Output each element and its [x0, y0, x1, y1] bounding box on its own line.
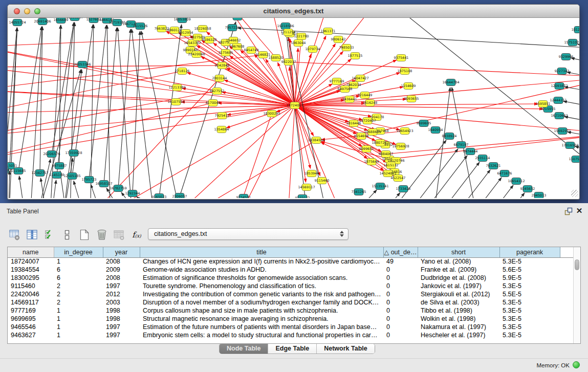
table-cell[interactable]: Investigating the contribution of common…	[140, 290, 383, 298]
tab-edge-table[interactable]: Edge Table	[268, 344, 317, 354]
column-header-in_degree[interactable]: in_degree	[54, 247, 103, 257]
table-cell[interactable]: Structural magnetic resonance image aver…	[140, 315, 383, 323]
graph-edge[interactable]	[434, 170, 490, 198]
table-cell[interactable]: Changes of HCN gene expression and I(f) …	[140, 257, 383, 266]
graph-node[interactable]: 8427552	[210, 88, 225, 95]
table-cell[interactable]: 0	[383, 307, 418, 315]
graph-edge[interactable]	[8, 91, 217, 135]
table-cell[interactable]: 2	[54, 290, 103, 298]
graph-node[interactable]: 9242848	[215, 62, 230, 69]
float-panel-icon[interactable]	[564, 207, 573, 215]
table-cell[interactable]: 1	[54, 257, 103, 266]
table-cell[interactable]: 9777169	[8, 307, 54, 315]
table-settings-icon[interactable]	[7, 228, 23, 242]
table-cell[interactable]: Nakamura et al. (1997)	[418, 323, 499, 331]
graph-node[interactable]: 9806142	[331, 36, 346, 43]
table-cell[interactable]: 18724007	[8, 257, 54, 266]
table-selector-dropdown[interactable]: citations_edges.txt	[148, 228, 349, 240]
table-cell[interactable]: 1	[54, 307, 103, 315]
graph-edge[interactable]	[133, 31, 140, 193]
graph-node[interactable]: 7632621	[486, 163, 501, 169]
table-cell[interactable]: Embryonic stem cells: a model to study s…	[140, 331, 383, 339]
graph-node[interactable]: 8938924	[442, 133, 457, 140]
graph-node[interactable]: 15720407	[359, 118, 376, 124]
graph-edge[interactable]	[8, 28, 17, 170]
graph-node[interactable]: 15135141	[372, 183, 388, 190]
graph-node[interactable]: 1640954	[428, 127, 443, 134]
column-header-out_de[interactable]: △ out_de…	[383, 247, 418, 257]
graph-edge[interactable]	[8, 105, 295, 158]
graph-node[interactable]: 1354864	[214, 126, 229, 133]
graph-node[interactable]: 9115460	[315, 178, 330, 184]
table-cell[interactable]: 5.9E-5	[499, 274, 560, 282]
graph-node[interactable]: 1877515	[348, 53, 363, 59]
graph-edge[interactable]	[411, 156, 467, 198]
memory-status-indicator-icon[interactable]	[573, 361, 580, 368]
create-column-icon[interactable]	[77, 228, 92, 242]
window-titlebar[interactable]: citations_edges.txt	[8, 5, 579, 18]
graph-node[interactable]: 19218586	[277, 23, 294, 30]
table-cell[interactable]: 0	[383, 282, 418, 290]
table-cell[interactable]: 5.3E-5	[499, 331, 560, 339]
table-cell[interactable]: Disruption of a novel member of a sodium…	[140, 298, 383, 307]
table-cell[interactable]: 19384554	[8, 266, 54, 274]
table-cell[interactable]: 2	[54, 298, 103, 307]
graph-node[interactable]: 1615132	[384, 162, 399, 169]
graph-node[interactable]: 1733426	[396, 186, 411, 192]
graph-node[interactable]: 10654112	[508, 178, 525, 185]
graph-node[interactable]: 6679197	[454, 142, 469, 148]
graph-edge[interactable]	[74, 181, 90, 198]
graph-node[interactable]: 12444151	[550, 97, 567, 104]
table-cell[interactable]: de Silva et al. (2003)	[418, 298, 499, 307]
table-cell[interactable]: Stergiakouli et al. (2012)	[418, 290, 499, 298]
graph-node[interactable]: 9245652	[520, 186, 535, 192]
table-cell[interactable]: 2003	[103, 298, 140, 307]
table-cell[interactable]: 1	[54, 331, 103, 339]
table-cell[interactable]: 5.3E-5	[499, 257, 560, 266]
graph-node[interactable]: 9234501	[236, 194, 251, 199]
table-row[interactable]: 911546021997Tourette syndrome. Phenomeno…	[8, 282, 574, 290]
function-builder-icon[interactable]: f(x)	[129, 228, 144, 242]
graph-node[interactable]: 6471676	[497, 170, 512, 177]
column-header-year[interactable]: year	[103, 247, 140, 257]
window-resize-grip[interactable]	[571, 190, 578, 197]
table-cell[interactable]: 0	[383, 323, 418, 331]
table-cell[interactable]: 2008	[103, 274, 140, 282]
table-cell[interactable]: 1998	[103, 307, 140, 315]
graph-node[interactable]: 19654923	[396, 128, 413, 135]
graph-node[interactable]: 9777169	[330, 78, 344, 85]
graph-node[interactable]: 7341265	[352, 189, 366, 195]
tab-network-table[interactable]: Network Table	[317, 344, 375, 354]
graph-edge[interactable]	[159, 25, 182, 197]
graph-node[interactable]: 9227343	[555, 68, 570, 75]
graph-edge[interactable]	[104, 28, 117, 184]
table-cell[interactable]: Tibbo et al. (1998)	[418, 307, 499, 315]
table-cell[interactable]: 5.5E-5	[499, 290, 560, 298]
graph-node[interactable]: 1154609	[401, 83, 416, 90]
graph-edge[interactable]	[8, 71, 182, 112]
network-canvas[interactable]: 1405572420691406165668910953237152760264…	[8, 18, 579, 198]
tab-node-table[interactable]: Node Table	[220, 344, 268, 354]
graph-node[interactable]: 1115685	[11, 168, 26, 174]
table-cell[interactable]: 9463627	[8, 331, 54, 339]
table-cell[interactable]: 14569117	[8, 298, 54, 307]
table-cell[interactable]: 22420046	[8, 290, 54, 298]
table-cell[interactable]: 1998	[103, 315, 140, 323]
graph-node[interactable]: 1875108	[398, 68, 412, 75]
graph-edge[interactable]	[295, 105, 543, 109]
graph-edge[interactable]	[288, 105, 295, 198]
graph-node[interactable]: 7515526	[133, 23, 148, 30]
table-cell[interactable]: 1997	[103, 331, 140, 339]
graph-node[interactable]: 2803144	[212, 75, 227, 82]
table-cell[interactable]: 0	[383, 315, 418, 323]
graph-node[interactable]: 12213389	[168, 84, 185, 91]
table-cell[interactable]: 5.3E-5	[499, 298, 560, 307]
column-header-short[interactable]: short	[418, 247, 499, 257]
graph-node[interactable]: 8099651	[359, 146, 374, 152]
graph-edge[interactable]	[8, 68, 295, 105]
table-cell[interactable]: 1	[54, 323, 103, 331]
table-cell[interactable]: 5.3E-5	[499, 307, 560, 315]
table-cell[interactable]: 5.3E-5	[499, 323, 560, 331]
table-cell[interactable]: 9699695	[8, 315, 54, 323]
graph-edge[interactable]	[386, 134, 579, 154]
